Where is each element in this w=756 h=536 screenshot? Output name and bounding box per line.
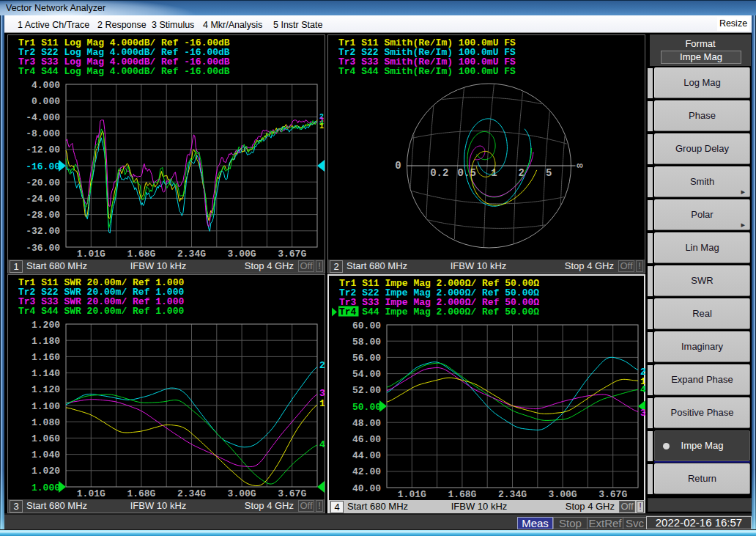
svg-text:3.00G: 3.00G: [228, 249, 256, 260]
svg-text:-28.00: -28.00: [26, 210, 60, 221]
svg-text:5: 5: [546, 167, 552, 179]
svg-text:60.00: 60.00: [352, 320, 381, 331]
svg-text:1.080: 1.080: [32, 417, 60, 428]
svg-text:4.000: 4.000: [32, 80, 60, 91]
svg-text:50.00: 50.00: [352, 402, 381, 413]
svg-text:∞: ∞: [577, 160, 583, 172]
svg-text:0.2: 0.2: [430, 167, 448, 179]
svg-text:4: 4: [319, 439, 325, 450]
svg-text:2.34G: 2.34G: [177, 249, 206, 260]
svg-text:1.100: 1.100: [32, 401, 60, 412]
svg-text:1.120: 1.120: [32, 384, 60, 395]
svg-text:48.00: 48.00: [352, 418, 381, 429]
svg-text:3.67G: 3.67G: [278, 249, 306, 260]
svg-text:58.00: 58.00: [352, 337, 381, 348]
svg-text:1.040: 1.040: [32, 449, 60, 460]
svg-text:3.00G: 3.00G: [228, 488, 256, 499]
svg-text:0.000: 0.000: [32, 96, 60, 107]
svg-text:Tr4: Tr4: [339, 306, 357, 317]
svg-text:-4.000: -4.000: [26, 112, 60, 123]
svg-text:3: 3: [640, 408, 645, 419]
svg-text:1.68G: 1.68G: [127, 249, 155, 260]
svg-text:S44 Impe Mag 2.000Ω/ Ref 50.00: S44 Impe Mag 2.000Ω/ Ref 50.00Ω: [362, 306, 539, 317]
svg-text:3: 3: [319, 388, 325, 399]
svg-text:-12.00: -12.00: [26, 144, 60, 155]
svg-text:1.180: 1.180: [32, 336, 60, 347]
svg-text:1.000: 1.000: [32, 482, 60, 493]
svg-text:1.01G: 1.01G: [398, 489, 426, 500]
svg-text:-8.000: -8.000: [26, 128, 60, 139]
svg-text:0: 0: [395, 160, 401, 172]
svg-text:1.140: 1.140: [32, 368, 60, 379]
svg-text:2: 2: [319, 360, 325, 371]
svg-text:1: 1: [319, 122, 324, 131]
svg-text:4: 4: [640, 384, 645, 395]
svg-text:40.00: 40.00: [352, 483, 381, 494]
svg-text:-16.00: -16.00: [26, 161, 60, 172]
svg-text:-36.00: -36.00: [26, 243, 60, 254]
svg-text:56.00: 56.00: [352, 353, 381, 364]
svg-text:Tr4 S44 Log Mag 4.000dB/ Ref -: Tr4 S44 Log Mag 4.000dB/ Ref -16.00dB: [18, 66, 230, 77]
svg-text:52.00: 52.00: [352, 385, 381, 396]
svg-text:2.34G: 2.34G: [177, 488, 206, 499]
svg-text:Tr4 S44 Smith(Re/Im) 100.0mU F: Tr4 S44 Smith(Re/Im) 100.0mU FS: [338, 66, 516, 77]
svg-text:1.200: 1.200: [32, 320, 60, 331]
svg-text:1: 1: [319, 398, 325, 409]
svg-text:44.00: 44.00: [352, 450, 381, 461]
svg-text:2: 2: [519, 167, 525, 179]
svg-text:3.67G: 3.67G: [278, 488, 306, 499]
svg-text:-20.00: -20.00: [26, 177, 60, 188]
svg-text:Tr4 S44 SWR 20.00m/ Ref 1.000: Tr4 S44 SWR 20.00m/ Ref 1.000: [18, 306, 184, 317]
svg-text:1.68G: 1.68G: [448, 489, 476, 500]
svg-text:1.68G: 1.68G: [127, 488, 155, 499]
svg-text:3.67G: 3.67G: [598, 489, 627, 500]
svg-text:-32.00: -32.00: [26, 226, 60, 237]
svg-text:54.00: 54.00: [352, 369, 381, 380]
svg-text:-24.00: -24.00: [26, 194, 60, 205]
svg-text:1.01G: 1.01G: [77, 249, 105, 260]
svg-text:1.160: 1.160: [32, 352, 60, 363]
svg-text:1.020: 1.020: [32, 466, 60, 477]
svg-text:3.00G: 3.00G: [549, 489, 577, 500]
svg-text:46.00: 46.00: [352, 434, 381, 445]
svg-text:2.34G: 2.34G: [498, 489, 527, 500]
svg-text:42.00: 42.00: [352, 466, 381, 477]
svg-text:1.01G: 1.01G: [77, 488, 105, 499]
svg-text:1.060: 1.060: [32, 433, 60, 444]
